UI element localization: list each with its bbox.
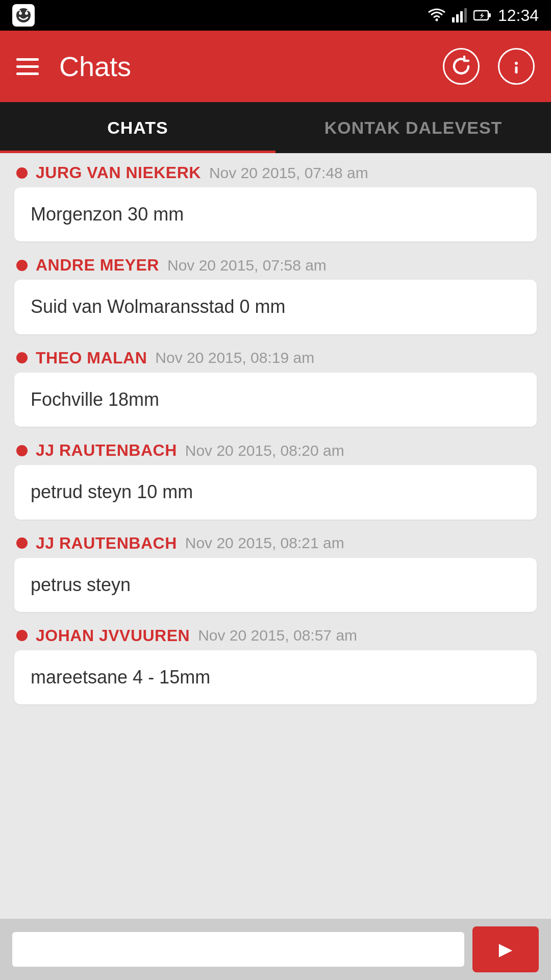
chat-message-1: Suid van Wolmaransstad 0 mm	[31, 296, 286, 317]
tab-chats[interactable]: CHATS	[0, 102, 276, 153]
tabs-bar: CHATS KONTAK DALEVEST	[0, 102, 551, 153]
chat-time-4: Nov 20 2015, 08:21 am	[185, 534, 344, 552]
app-bar-actions	[443, 48, 535, 85]
online-dot-5	[16, 630, 28, 641]
chat-header-5: JOHAN JVVUUREN Nov 20 2015, 08:57 am	[12, 626, 539, 645]
online-dot-1	[16, 260, 28, 271]
battery-icon	[473, 8, 492, 22]
svg-point-2	[25, 12, 28, 15]
svg-rect-7	[464, 8, 467, 22]
chat-item-0[interactable]: JURG VAN NIEKERK Nov 20 2015, 07:48 am M…	[12, 163, 539, 241]
chat-sender-4: JJ RAUTENBACH	[36, 534, 177, 553]
refresh-icon	[449, 54, 473, 79]
svg-point-3	[435, 19, 438, 21]
tab-kontak[interactable]: KONTAK DALEVEST	[276, 102, 551, 153]
chat-bubble-4: petrus steyn	[14, 558, 537, 612]
bottom-bar: ►	[0, 919, 551, 980]
chat-header-4: JJ RAUTENBACH Nov 20 2015, 08:21 am	[12, 534, 539, 553]
svg-point-10	[515, 62, 518, 65]
svg-rect-5	[456, 14, 459, 22]
chat-item-1[interactable]: ANDRE MEYER Nov 20 2015, 07:58 am Suid v…	[12, 256, 539, 334]
chat-bubble-5: mareetsane 4 - 15mm	[14, 650, 537, 704]
chat-bubble-1: Suid van Wolmaransstad 0 mm	[14, 280, 537, 334]
chat-sender-3: JJ RAUTENBACH	[36, 441, 177, 460]
chat-sender-0: JURG VAN NIEKERK	[36, 163, 201, 182]
message-input[interactable]	[12, 932, 464, 967]
info-button[interactable]	[498, 48, 535, 85]
chat-time-5: Nov 20 2015, 08:57 am	[198, 627, 357, 644]
app-logo	[12, 4, 35, 27]
app-title: Chats	[59, 51, 443, 82]
chat-bubble-2: Fochville 18mm	[14, 373, 537, 427]
online-dot-2	[16, 352, 28, 363]
info-icon	[506, 56, 527, 77]
online-dot-4	[16, 537, 28, 549]
svg-rect-11	[515, 66, 518, 74]
chat-bubble-0: Morgenzon 30 mm	[14, 187, 537, 241]
wifi-icon	[428, 8, 446, 22]
online-dot-0	[16, 167, 28, 179]
status-time: 12:34	[498, 6, 539, 25]
chat-sender-2: THEO MALAN	[36, 349, 147, 368]
chat-item-2[interactable]: THEO MALAN Nov 20 2015, 08:19 am Fochvil…	[12, 349, 539, 427]
chat-time-2: Nov 20 2015, 08:19 am	[155, 349, 314, 366]
status-bar: 12:34	[0, 0, 551, 31]
refresh-button[interactable]	[443, 48, 480, 85]
chat-message-2: Fochville 18mm	[31, 389, 159, 410]
chat-header-0: JURG VAN NIEKERK Nov 20 2015, 07:48 am	[12, 163, 539, 182]
chat-item-4[interactable]: JJ RAUTENBACH Nov 20 2015, 08:21 am petr…	[12, 534, 539, 612]
svg-rect-9	[488, 13, 491, 17]
chat-message-3: petrud steyn 10 mm	[31, 481, 193, 502]
chat-sender-1: ANDRE MEYER	[36, 256, 159, 275]
send-button[interactable]: ►	[472, 926, 539, 972]
menu-button[interactable]	[16, 58, 39, 75]
status-bar-right: 12:34	[428, 6, 539, 25]
chat-time-0: Nov 20 2015, 07:48 am	[209, 164, 368, 182]
chat-header-1: ANDRE MEYER Nov 20 2015, 07:58 am	[12, 256, 539, 275]
app-bar: Chats	[0, 31, 551, 102]
svg-rect-4	[452, 17, 455, 22]
svg-point-1	[19, 12, 22, 15]
chat-header-2: THEO MALAN Nov 20 2015, 08:19 am	[12, 349, 539, 368]
chat-item-5[interactable]: JOHAN JVVUUREN Nov 20 2015, 08:57 am mar…	[12, 626, 539, 704]
chat-time-1: Nov 20 2015, 07:58 am	[167, 257, 327, 274]
chat-list: JURG VAN NIEKERK Nov 20 2015, 07:48 am M…	[0, 153, 551, 919]
chat-time-3: Nov 20 2015, 08:20 am	[185, 442, 344, 459]
chat-header-3: JJ RAUTENBACH Nov 20 2015, 08:20 am	[12, 441, 539, 460]
status-bar-left	[12, 4, 35, 27]
chat-message-4: petrus steyn	[31, 574, 131, 595]
signal-icon	[452, 8, 467, 22]
chat-message-0: Morgenzon 30 mm	[31, 204, 184, 225]
svg-rect-6	[460, 11, 463, 22]
send-icon: ►	[494, 937, 517, 962]
chat-item-3[interactable]: JJ RAUTENBACH Nov 20 2015, 08:20 am petr…	[12, 441, 539, 519]
online-dot-3	[16, 445, 28, 456]
chat-bubble-3: petrud steyn 10 mm	[14, 465, 537, 519]
chat-sender-5: JOHAN JVVUUREN	[36, 626, 190, 645]
chat-message-5: mareetsane 4 - 15mm	[31, 667, 210, 688]
